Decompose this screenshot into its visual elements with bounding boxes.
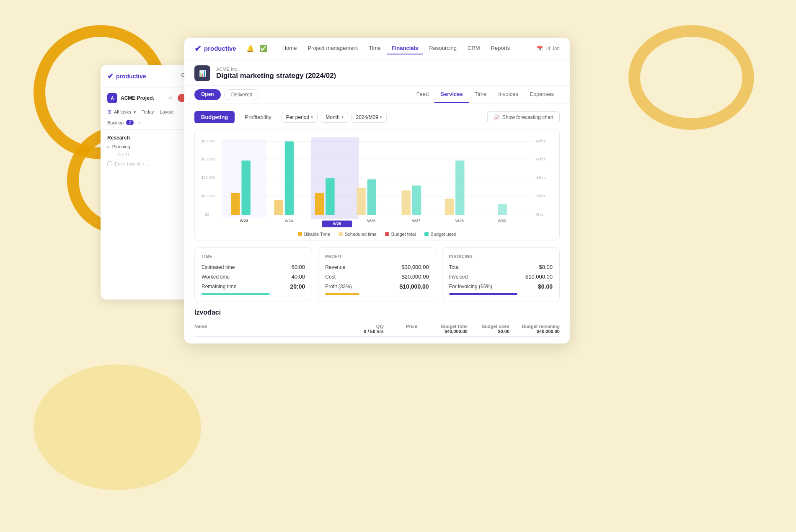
col-budget-total: Budget total $40,000.00: [417, 324, 468, 334]
task-item[interactable]: ≡ Planning: [101, 142, 193, 151]
per-period-select[interactable]: Per period ▾: [282, 112, 318, 123]
status-open-badge[interactable]: Open: [194, 89, 221, 100]
nav-time[interactable]: Time: [364, 42, 385, 54]
legend-label-budget-used: Budget used: [431, 232, 457, 237]
productive-logo-icon: ✔: [107, 72, 114, 81]
col-qty: Qty 0 / 50 hrs: [333, 324, 384, 334]
date-select[interactable]: 2024/M09 ▾: [351, 112, 387, 123]
nav-reports[interactable]: Reports: [486, 42, 515, 54]
layout-label[interactable]: Layout: [160, 109, 173, 114]
filter-label[interactable]: All tasks: [114, 109, 131, 114]
svg-text:60hrs: 60hrs: [536, 157, 546, 161]
chart-svg: $40,000 $30,000 $20,000 $10,000 $0 80hrs…: [202, 136, 553, 228]
show-forecast-label: Show forecasting chart: [502, 114, 553, 120]
star-icon[interactable]: ☆: [168, 95, 173, 101]
legend-billable-time: Billable Time: [298, 232, 330, 237]
svg-text:$20,000: $20,000: [202, 176, 215, 180]
col-budget-remaining-label: Budget remaning: [509, 324, 560, 329]
filter-chevron: ▾: [134, 110, 136, 114]
project-title: Digital marketing strategy (2024/02): [216, 72, 560, 80]
chart-tab-budgeting[interactable]: Budgeting: [194, 111, 235, 123]
estimated-time-label: Estimated time: [202, 264, 235, 270]
revenue-row: Revenue $30,000.00: [325, 264, 429, 270]
backlog-filter: Backlog 2 +: [101, 117, 193, 128]
col-budget-used-label: Budget used: [468, 324, 509, 329]
time-card-title: TIME: [202, 254, 305, 259]
main-window: ✔ productive 🔔 ✅ Home Project management…: [184, 38, 570, 343]
tab-invoices[interactable]: Invoices: [492, 86, 524, 103]
bg-decoration-circle-tr: [628, 25, 754, 130]
chart-icon: 📈: [494, 114, 500, 120]
revenue-label: Revenue: [325, 264, 345, 270]
svg-rect-19: [274, 200, 283, 215]
new-task-input[interactable]: Enter task title ...: [101, 159, 193, 169]
svg-text:0hrs: 0hrs: [536, 212, 544, 217]
izvodjaci-title: Izvođaci: [194, 309, 560, 316]
legend-dot-scheduled: [339, 232, 343, 236]
invoicing-card: INVOICING Total $0.00 Invoiced $10,000.0…: [442, 247, 560, 302]
for-invoicing-value: $0.00: [538, 283, 553, 290]
per-period-label: Per period: [286, 114, 309, 120]
nav-financials[interactable]: Financials: [387, 42, 424, 54]
total-row: Total $0.00: [449, 264, 553, 270]
period-label[interactable]: Today: [142, 109, 154, 114]
date-chevron: ▾: [380, 115, 382, 119]
svg-text:$0: $0: [205, 212, 209, 217]
nav-logo-icon: ✔: [194, 44, 202, 54]
add-icon[interactable]: +: [138, 120, 140, 125]
nav-logo-text: productive: [204, 45, 236, 52]
check-circle-icon[interactable]: ✅: [259, 45, 267, 52]
svg-rect-29: [367, 179, 376, 215]
project-company: ACME Inc.: [216, 67, 560, 72]
profit-progress-bar: [325, 293, 359, 295]
profit-card-title: PROFIT: [325, 254, 429, 259]
izvodjaci-section: Izvođaci Name Qty 0 / 50 hrs Price Budge…: [194, 309, 560, 337]
show-forecast-button[interactable]: 📈 Show forecasting chart: [487, 111, 560, 123]
profit-label: Profit (33%): [325, 284, 351, 289]
project-name: ACME Project: [121, 95, 154, 101]
nav-project-management[interactable]: Project management: [302, 42, 363, 54]
time-progress-bar: [202, 293, 270, 295]
svg-text:$30,000: $30,000: [202, 157, 215, 161]
side-panel-project[interactable]: A ACME Project ☆: [101, 90, 193, 106]
nav-home[interactable]: Home: [277, 42, 302, 54]
chart-area: $40,000 $30,000 $20,000 $10,000 $0 80hrs…: [202, 136, 553, 228]
svg-text:W27: W27: [412, 218, 421, 223]
tab-services[interactable]: Services: [434, 86, 469, 103]
nav-icons-group: 🔔 ✅: [246, 45, 267, 52]
col-budget-total-label: Budget total: [417, 324, 468, 329]
month-select[interactable]: Month ▾: [321, 112, 348, 123]
chart-tab-profitability[interactable]: Profitability: [238, 111, 278, 123]
tab-time[interactable]: Time: [469, 86, 492, 103]
total-label: Total: [449, 264, 460, 270]
project-header: 📊 ACME Inc. Digital marketing strategy (…: [184, 59, 570, 86]
page-tabs: Feed Services Time Invoices Expenses: [411, 86, 560, 103]
svg-rect-37: [498, 204, 507, 215]
svg-text:W24: W24: [285, 218, 294, 223]
col-price: Price: [384, 324, 417, 334]
svg-rect-34: [445, 199, 454, 215]
legend-budget-total: Budget total: [385, 232, 416, 237]
col-budget-remaining-sub: $40,000.00: [509, 329, 560, 334]
chart-container: $40,000 $30,000 $20,000 $10,000 $0 80hrs…: [194, 129, 560, 240]
for-invoicing-row: For invoicing (66%) $0.00: [449, 283, 553, 290]
cost-label: Cost: [325, 274, 336, 280]
svg-text:W23: W23: [240, 218, 248, 223]
tab-expenses[interactable]: Expenses: [524, 86, 560, 103]
nav-crm[interactable]: CRM: [463, 42, 485, 54]
top-nav: ✔ productive 🔔 ✅ Home Project management…: [184, 38, 570, 59]
col-qty-label: Qty: [333, 324, 384, 329]
tab-feed[interactable]: Feed: [411, 86, 435, 103]
nav-resourcing[interactable]: Resourcing: [424, 42, 462, 54]
svg-text:W30: W30: [498, 218, 507, 223]
col-qty-sub: 0 / 50 hrs: [333, 329, 384, 334]
status-delivered-badge[interactable]: Delivered: [224, 89, 260, 100]
per-period-chevron: ▾: [311, 115, 313, 119]
bell-icon[interactable]: 🔔: [246, 45, 254, 52]
side-panel: ✔ productive ⚙ A ACME Project ☆ ⊞ All ta…: [101, 65, 193, 300]
svg-rect-16: [231, 193, 240, 215]
backlog-label[interactable]: Backlog: [107, 120, 124, 125]
legend-budget-used: Budget used: [424, 232, 457, 237]
bg-decoration-blob: [34, 364, 201, 490]
invoiced-row: Invoiced $10,000.00: [449, 274, 553, 280]
